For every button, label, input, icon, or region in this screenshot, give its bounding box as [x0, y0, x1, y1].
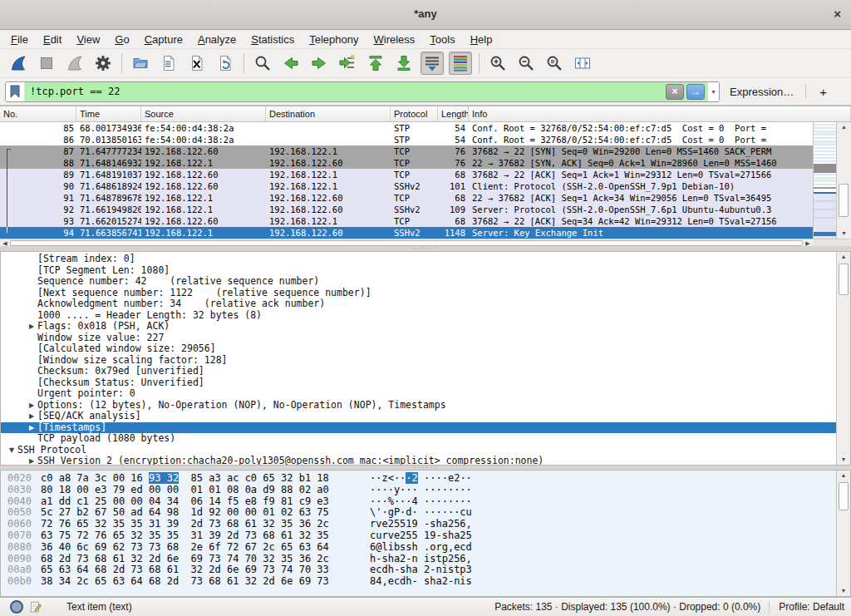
- expander-closed-icon[interactable]: ▶: [26, 456, 37, 466]
- capture-comment-icon[interactable]: [29, 600, 43, 614]
- detail-line[interactable]: Urgent pointer: 0: [1, 388, 836, 400]
- hex-row[interactable]: 006072 76 65 32 35 35 31 39 2d 73 68 61 …: [1, 519, 836, 530]
- scroll-up-icon[interactable]: ▲: [837, 252, 850, 262]
- detail-line[interactable]: ▼SSH Protocol: [1, 445, 836, 456]
- hex-row[interactable]: 00b038 34 2c 65 63 64 68 2d 73 68 61 32 …: [1, 576, 836, 588]
- detail-line[interactable]: Window size value: 227: [1, 333, 836, 344]
- scroll-down-icon[interactable]: ▼: [837, 229, 851, 239]
- menu-edit[interactable]: Edit: [36, 32, 69, 47]
- filter-add-button[interactable]: +: [814, 85, 832, 99]
- expander-closed-icon[interactable]: ▶: [26, 400, 37, 411]
- zoom-reset-button[interactable]: [543, 52, 566, 75]
- packet-row[interactable]: 8871.648146932192.168.122.1192.168.122.6…: [0, 157, 813, 169]
- go-last-packet-button[interactable]: [392, 52, 416, 75]
- menu-file[interactable]: File: [3, 32, 36, 47]
- details-vertical-scrollbar[interactable]: ▲ ▼: [836, 252, 850, 465]
- open-file-button[interactable]: [129, 52, 152, 75]
- go-to-packet-button[interactable]: [336, 52, 359, 75]
- detail-line[interactable]: Checksum: 0x79ed [unverified]: [1, 366, 836, 377]
- expander-closed-icon[interactable]: ▶: [26, 411, 37, 422]
- menu-statistics[interactable]: Statistics: [243, 32, 302, 47]
- auto-scroll-button[interactable]: [421, 52, 444, 75]
- restart-capture-button[interactable]: [63, 52, 86, 75]
- detail-line[interactable]: [Calculated window size: 29056]: [1, 343, 836, 355]
- filter-dropdown-caret[interactable]: ▾: [707, 82, 719, 101]
- filter-apply-button[interactable]: →: [686, 84, 705, 100]
- expander-closed-icon[interactable]: ▶: [26, 321, 37, 333]
- hex-row[interactable]: 003080 18 00 e3 79 ed 00 00 01 01 08 0a …: [1, 485, 836, 496]
- menu-help[interactable]: Help: [463, 32, 500, 47]
- expander-closed-icon[interactable]: ▶: [26, 422, 37, 434]
- save-file-button[interactable]: [157, 52, 180, 75]
- reload-file-button[interactable]: [214, 52, 237, 75]
- detail-line[interactable]: [Next sequence number: 1122 (relative se…: [1, 288, 836, 299]
- colorize-button[interactable]: [449, 52, 472, 75]
- zoom-in-button[interactable]: [486, 52, 509, 75]
- detail-line[interactable]: [TCP Segment Len: 1080]: [1, 265, 836, 277]
- column-header-length[interactable]: Length: [438, 106, 469, 121]
- stop-capture-button[interactable]: [35, 52, 58, 75]
- packet-list-vertical-scrollbar[interactable]: ▲ ▼: [836, 122, 851, 239]
- scrollbar-thumb[interactable]: [839, 184, 849, 217]
- filter-field[interactable]: !tcp.port == 22 × →: [25, 82, 707, 101]
- hex-row[interactable]: 008036 40 6c 69 62 73 73 68 2e 6f 72 67 …: [1, 542, 836, 554]
- go-first-packet-button[interactable]: [364, 52, 387, 75]
- scroll-up-icon[interactable]: ▲: [837, 122, 851, 132]
- packet-row[interactable]: 8568.001734936fe:54:00:d4:38:2aSTP54Conf…: [0, 122, 813, 134]
- column-header-time[interactable]: Time: [76, 106, 141, 121]
- detail-line[interactable]: ▶[SEQ/ACK analysis]: [1, 411, 836, 422]
- packet-row[interactable]: 8670.013850163fe:54:00:d4:38:2aSTP54Conf…: [0, 134, 813, 145]
- packet-row[interactable]: 9371.662015274192.168.122.60192.168.122.…: [0, 215, 813, 227]
- scroll-down-icon[interactable]: ▼: [837, 455, 850, 465]
- display-filter-input[interactable]: !tcp.port == 22 × → ▾: [5, 81, 720, 102]
- detail-line[interactable]: ▶SSH Version 2 (encryption:chacha20-poly…: [1, 456, 836, 466]
- hex-row[interactable]: 0020c0 a8 7a 3c 00 16 93 32 85 a3 ac c0 …: [1, 473, 836, 485]
- detail-line[interactable]: Sequence number: 42 (relative sequence n…: [1, 276, 836, 288]
- packet-row[interactable]: 9271.661949820192.168.122.1192.168.122.6…: [0, 204, 813, 215]
- packet-row[interactable]: 9171.648789678192.168.122.1192.168.122.6…: [0, 192, 813, 204]
- hex-row[interactable]: 00a065 63 64 68 2d 73 68 61 32 2d 6e 69 …: [1, 564, 836, 576]
- packet-list-minimap[interactable]: [813, 122, 836, 239]
- go-forward-button[interactable]: [307, 52, 331, 75]
- menu-wireless[interactable]: Wireless: [366, 32, 423, 47]
- bytes-vertical-scrollbar[interactable]: ▲ ▼: [836, 471, 850, 596]
- filter-bookmark-icon[interactable]: [6, 82, 25, 101]
- capture-options-button[interactable]: [91, 52, 115, 75]
- detail-line[interactable]: ▶[Timestamps]: [1, 422, 836, 434]
- scrollbar-thumb[interactable]: [10, 240, 803, 246]
- menu-view[interactable]: View: [69, 32, 107, 47]
- menu-capture[interactable]: Capture: [137, 32, 190, 47]
- menu-go[interactable]: Go: [107, 32, 136, 47]
- hex-row[interactable]: 0040a1 dd c1 25 00 00 04 34 06 14 f5 e8 …: [1, 496, 836, 508]
- column-header-no[interactable]: No.: [0, 106, 76, 121]
- expander-open-icon[interactable]: ▼: [6, 445, 17, 456]
- column-header-destination[interactable]: Destination: [266, 106, 391, 121]
- menu-tools[interactable]: Tools: [422, 32, 462, 47]
- find-packet-button[interactable]: [251, 52, 274, 75]
- packet-list-header[interactable]: No.TimeSourceDestinationProtocolLengthIn…: [0, 106, 851, 122]
- detail-line[interactable]: ▶Options: (12 bytes), No-Operation (NOP)…: [1, 400, 836, 411]
- packet-row[interactable]: 8771.647777234192.168.122.60192.168.122.…: [0, 145, 813, 157]
- packet-row[interactable]: 9071.648618924192.168.122.60192.168.122.…: [0, 180, 813, 192]
- scrollbar-thumb[interactable]: [839, 482, 849, 510]
- hex-row[interactable]: 00505c 27 b2 67 50 ad 64 98 1d 92 00 00 …: [1, 507, 836, 519]
- detail-line[interactable]: TCP payload (1080 bytes): [1, 433, 836, 445]
- expert-info-icon[interactable]: [10, 600, 23, 614]
- detail-line[interactable]: Acknowledgment number: 34 (relative ack …: [1, 298, 836, 310]
- close-file-button[interactable]: [185, 52, 209, 75]
- filter-value[interactable]: !tcp.port == 22: [30, 86, 666, 97]
- title-bar[interactable]: *any ×: [0, 0, 851, 30]
- filter-clear-button[interactable]: ×: [666, 84, 684, 100]
- hex-row[interactable]: 009068 2d 73 68 61 32 2d 6e 69 73 74 70 …: [1, 554, 836, 565]
- scrollbar-thumb[interactable]: [839, 264, 849, 295]
- status-profile[interactable]: Profile: Default: [779, 601, 844, 613]
- menu-analyze[interactable]: Analyze: [190, 32, 243, 47]
- packet-row[interactable]: 8971.648191037192.168.122.60192.168.122.…: [0, 169, 813, 180]
- resize-columns-button[interactable]: [571, 52, 594, 75]
- zoom-out-button[interactable]: [514, 52, 538, 75]
- expression-button[interactable]: Expression…: [730, 86, 794, 98]
- detail-line[interactable]: 1000 .... = Header Length: 32 bytes (8): [1, 310, 836, 322]
- detail-line[interactable]: [Stream index: 0]: [1, 254, 836, 265]
- detail-line[interactable]: [Window size scaling factor: 128]: [1, 355, 836, 367]
- column-header-source[interactable]: Source: [141, 106, 266, 121]
